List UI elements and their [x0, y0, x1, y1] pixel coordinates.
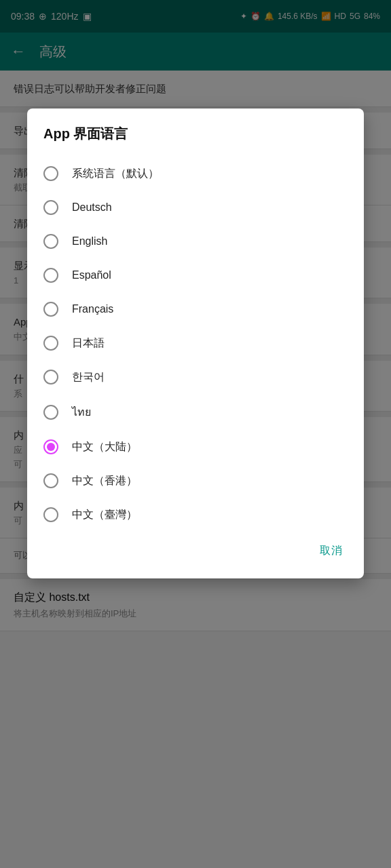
- radio-label-es: Español: [72, 269, 111, 281]
- language-option-th[interactable]: ไทย: [27, 394, 364, 430]
- radio-circle-ja: [43, 336, 58, 351]
- radio-label-fr: Français: [72, 303, 113, 315]
- language-option-de[interactable]: Deutsch: [27, 191, 364, 224]
- dialog-actions: 取消: [27, 532, 364, 573]
- language-option-zh-tw[interactable]: 中文（臺灣）: [27, 498, 364, 532]
- radio-circle-ko: [43, 370, 58, 384]
- radio-circle-zh-cn: [43, 439, 58, 454]
- radio-label-zh-tw: 中文（臺灣）: [72, 508, 137, 522]
- language-option-fr[interactable]: Français: [27, 292, 364, 326]
- radio-circle-th: [43, 405, 58, 420]
- radio-label-ko: 한국어: [72, 370, 105, 384]
- language-option-ja[interactable]: 日本語: [27, 326, 364, 360]
- language-option-zh-cn[interactable]: 中文（大陆）: [27, 430, 364, 464]
- radio-circle-zh-hk: [43, 473, 58, 488]
- radio-circle-es: [43, 268, 58, 283]
- radio-circle-en: [43, 234, 58, 249]
- radio-label-th: ไทย: [72, 403, 91, 420]
- language-option-ko[interactable]: 한국어: [27, 360, 364, 394]
- radio-circle-de: [43, 200, 58, 215]
- language-option-es[interactable]: Español: [27, 258, 364, 292]
- language-dialog: App 界面语言 系统语言（默认）DeutschEnglishEspañolFr…: [27, 108, 364, 578]
- radio-circle-system: [43, 166, 58, 181]
- language-option-system[interactable]: 系统语言（默认）: [27, 157, 364, 191]
- radio-label-de: Deutsch: [72, 201, 112, 214]
- radio-label-system: 系统语言（默认）: [72, 167, 159, 181]
- language-option-zh-hk[interactable]: 中文（香港）: [27, 464, 364, 498]
- cancel-button[interactable]: 取消: [309, 537, 353, 565]
- radio-label-zh-cn: 中文（大陆）: [72, 440, 137, 454]
- language-options-list: 系统语言（默认）DeutschEnglishEspañolFrançais日本語…: [27, 157, 364, 532]
- dialog-title: App 界面语言: [27, 125, 364, 157]
- radio-circle-fr: [43, 302, 58, 317]
- language-option-en[interactable]: English: [27, 224, 364, 258]
- radio-label-zh-hk: 中文（香港）: [72, 474, 137, 488]
- radio-label-en: English: [72, 235, 107, 248]
- radio-circle-zh-tw: [43, 507, 58, 522]
- radio-label-ja: 日本語: [72, 336, 105, 351]
